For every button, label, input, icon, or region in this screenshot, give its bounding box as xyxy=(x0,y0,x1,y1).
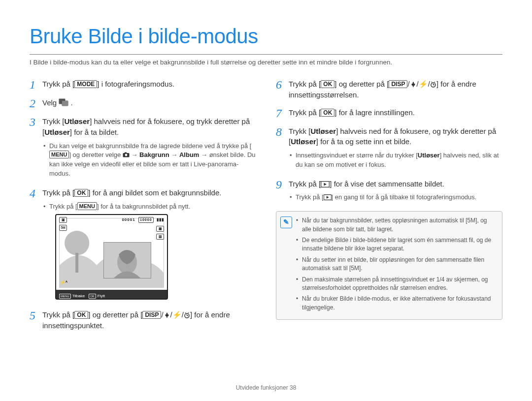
left-column: 1 Trykk på [MODE] i fotograferingsmodus.… xyxy=(30,79,256,338)
step-9: 9 Trykk på [] for å vise det sammensatte… xyxy=(276,179,502,205)
disp-button-icon: DISP xyxy=(389,80,407,88)
flash-auto-badge: ⚡ᴬ xyxy=(60,279,67,286)
note-icon: ✎ xyxy=(280,216,292,228)
step-text: Trykk på [MODE] i fotograferingsmodus. xyxy=(42,79,174,90)
disp-button-icon: DISP xyxy=(142,311,161,319)
page-title: Bruke Bilde i bilde-modus xyxy=(30,25,502,48)
pip-mode-icon xyxy=(59,98,68,106)
step-sublist: Du kan velge et bakgrunnsbilde fra de la… xyxy=(42,142,256,179)
note-list: Når du tar bakgrunnsbilder, settes opplø… xyxy=(296,216,497,314)
step-text: Velg . xyxy=(42,97,73,108)
svg-rect-2 xyxy=(62,101,68,106)
step-text: Trykk på [OK] for å angi bildet som et b… xyxy=(42,187,221,303)
face-svg xyxy=(104,243,151,278)
move-control: OKFlytt xyxy=(89,289,105,300)
back-control: MENUTilbake xyxy=(59,289,85,300)
macro-icon xyxy=(410,81,417,88)
camera-canvas xyxy=(59,218,164,288)
macro-icon xyxy=(164,311,170,318)
sub-bullet: Trykk på [] en gang til for å gå tilbake… xyxy=(289,193,476,202)
svg-point-5 xyxy=(125,154,127,156)
step-sublist: Trykk på [MENU] for å ta bakgrunnsbildet… xyxy=(42,202,221,212)
ok-button-icon: OK xyxy=(321,109,334,117)
note-item: De endelige Bilde i bilde-bildene blir l… xyxy=(296,236,497,253)
step-number: 2 xyxy=(30,97,42,109)
page-footer: Utvidede funksjoner 38 xyxy=(0,384,532,391)
camera-icon xyxy=(123,152,130,157)
intro-text: I Bilde i bilde-modus kan du ta eller ve… xyxy=(30,59,502,66)
columns: 1 Trykk på [MODE] i fotograferingsmodus.… xyxy=(30,79,502,338)
grid-badge-icon: ▨ xyxy=(156,234,164,240)
step-text: Trykk [Utløser] halvveis ned for å fokus… xyxy=(42,116,256,181)
title-rule xyxy=(30,54,502,55)
camera-bottom-bar: MENUTilbake OKFlytt xyxy=(56,290,167,299)
ok-button-icon: OK xyxy=(74,311,88,319)
quality-badge-icon: ▦ xyxy=(156,226,164,232)
step-5: 5 Trykk på [OK] og deretter på [DISP//⚡/… xyxy=(30,309,256,331)
step-text: Trykk på [OK] og deretter på [DISP//⚡/] … xyxy=(42,309,256,331)
svg-rect-4 xyxy=(125,153,127,154)
step-1: 1 Trykk på [MODE] i fotograferingsmodus. xyxy=(30,79,256,91)
playback-icon xyxy=(321,181,330,187)
timer-icon xyxy=(430,81,436,88)
sub-bullet: Innsettingsvinduet er større når du tryk… xyxy=(289,151,502,170)
step-sublist: Trykk på [] en gang til for å gå tilbake… xyxy=(289,193,476,202)
right-column: 6 Trykk på [OK] og deretter på [DISP//⚡/… xyxy=(276,79,502,338)
sub-bullet: Du kan velge et bakgrunnsbilde fra de la… xyxy=(42,142,256,179)
step-4: 4 Trykk på [OK] for å angi bildet som et… xyxy=(30,187,256,303)
step-number: 3 xyxy=(30,116,42,128)
step-number: 1 xyxy=(30,79,42,91)
step-number: 4 xyxy=(30,187,42,199)
note-item: Når du tar bakgrunnsbilder, settes opplø… xyxy=(296,216,497,234)
camera-screen-illustration: ▣ 5M 00001 10000 ▮▮▮ ▦ ▨ xyxy=(55,214,168,300)
step-3: 3 Trykk [Utløser] halvveis ned for å fok… xyxy=(30,116,256,181)
size-badge-icon: 5M xyxy=(59,225,67,231)
step-text: Trykk [Utløser] halvveis ned for å fokus… xyxy=(289,126,502,172)
step-text: Trykk på [] for å vise det sammensatte b… xyxy=(289,179,476,205)
steps-right: 6 Trykk på [OK] og deretter på [DISP//⚡/… xyxy=(276,79,502,204)
camera-left-badges: ▣ 5M xyxy=(59,217,67,231)
battery-icon: ▮▮▮ xyxy=(157,217,164,222)
svg-rect-7 xyxy=(75,253,78,273)
step-number: 9 xyxy=(276,179,289,190)
note-item: Når du setter inn et bilde, blir oppløsn… xyxy=(296,256,497,273)
step-number: 7 xyxy=(276,107,289,119)
step-number: 6 xyxy=(276,79,289,91)
step-6: 6 Trykk på [OK] og deretter på [DISP//⚡/… xyxy=(276,79,502,100)
timer-icon xyxy=(184,312,190,318)
note-box: ✎ Når du tar bakgrunnsbilder, settes opp… xyxy=(276,211,502,320)
playback-icon xyxy=(324,194,332,200)
step-2: 2 Velg . xyxy=(30,97,256,109)
step-7: 7 Trykk på [OK] for å lagre innstillinge… xyxy=(276,107,502,119)
step-sublist: Innsettingsvinduet er større når du tryk… xyxy=(289,151,502,170)
step-8: 8 Trykk [Utløser] halvveis ned for å fok… xyxy=(276,126,502,172)
step-text: Trykk på [OK] for å lagre innstillingen. xyxy=(289,107,415,118)
mode-button-icon: MODE xyxy=(74,80,97,88)
menu-button-icon: MENU xyxy=(49,151,69,158)
steps-left: 1 Trykk på [MODE] i fotograferingsmodus.… xyxy=(30,79,256,331)
menu-button-icon: MENU xyxy=(77,202,97,210)
step-text: Trykk på [OK] og deretter på [DISP//⚡/] … xyxy=(289,79,502,100)
ok-button-icon: OK xyxy=(74,189,88,197)
note-item: Når du bruker Bilde i bilde-modus, er ik… xyxy=(296,295,497,312)
inset-photo xyxy=(103,242,151,278)
note-item: Den maksimale størrelsen på innsettingsv… xyxy=(296,276,497,293)
camera-right-badges: ▦ ▨ xyxy=(156,226,164,240)
camera-counter: 00001 10000 ▮▮▮ xyxy=(122,217,164,223)
ok-button-icon: OK xyxy=(321,80,334,88)
manual-page: Bruke Bilde i bilde-modus I Bilde i bild… xyxy=(0,0,532,401)
step-number: 5 xyxy=(30,309,42,321)
svg-point-6 xyxy=(65,231,89,255)
iso-badge: 10000 xyxy=(138,217,153,223)
pip-badge-icon: ▣ xyxy=(59,217,67,223)
sub-bullet: Trykk på [MENU] for å ta bakgrunnsbildet… xyxy=(42,202,221,212)
step-number: 8 xyxy=(276,126,289,138)
